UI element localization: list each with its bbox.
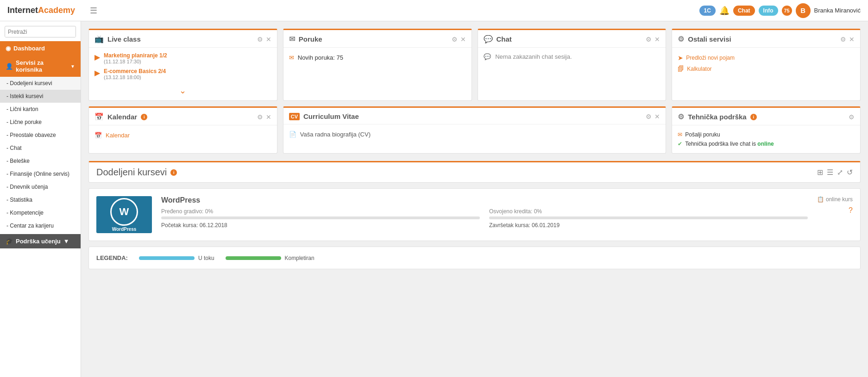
menu-icon[interactable]: ☰ <box>90 6 97 16</box>
sidebar-item-label: - Finansije (Online servis) <box>6 171 69 177</box>
badge-lc[interactable]: 1C <box>699 6 716 16</box>
widget-ostali-actions: ⚙ ✕ <box>840 36 855 43</box>
sidebar-section-servisi[interactable]: 👤 Servisi za korisnika ▼ <box>0 56 81 77</box>
sidebar-item-dnevnik[interactable]: - Dnevnik učenja <box>0 180 81 193</box>
sidebar-item-istekli-kursevi[interactable]: - Istekli kursevi <box>0 90 81 103</box>
legend-u-toku: U toku <box>139 255 214 261</box>
widget-chat-body: 💬 Nema zakazanih chat sesija. <box>478 48 666 66</box>
settings-icon-ostali[interactable]: ⚙ <box>840 36 846 43</box>
bell-icon[interactable]: 🔔 <box>719 6 730 16</box>
settings-icon-chat[interactable]: ⚙ <box>646 36 652 43</box>
sidebar-section-dashboard[interactable]: ◉ Dashboard <box>0 41 81 56</box>
user-name[interactable]: Branka Miranović <box>814 7 861 14</box>
widget-ostali-body: ➤ Predloži novi pojam 🗐 Kalkulator <box>672 48 860 79</box>
sidebar-item-beleske[interactable]: - Beleške <box>0 155 81 167</box>
poruke-text: Novih poruka: 75 <box>298 54 343 61</box>
section-actions: ⊞ ☰ ⤢ ↺ <box>817 168 853 177</box>
sidebar-item-finansije[interactable]: - Finansije (Online servis) <box>0 167 81 180</box>
ostali-item-pojam[interactable]: ➤ Predloži novi pojam <box>678 52 855 63</box>
dashboard-icon: ◉ <box>6 45 11 52</box>
sidebar-item-label: - Kompetencije <box>6 210 44 216</box>
tehnicka-live-chat[interactable]: ✔ Tehnička podrška live chat is online <box>678 139 855 148</box>
badge-info[interactable]: Info <box>759 6 778 16</box>
info-icon-kalendar[interactable]: i <box>141 114 147 120</box>
settings-icon[interactable]: ⚙ <box>257 36 263 43</box>
mail-icon: ✉ <box>289 35 295 43</box>
calendar-icon: 📅 <box>94 112 104 121</box>
expand-arrow[interactable]: ⌄ <box>94 84 271 96</box>
widget-poruke-body: ✉ Novih poruka: 75 <box>283 48 472 68</box>
close-icon-poruke[interactable]: ✕ <box>460 36 466 43</box>
info-icon-section[interactable]: i <box>170 169 177 176</box>
widgets-grid: 📺 Live class ⚙ ✕ ▶ Marketing planiranje … <box>88 29 861 154</box>
sidebar-item-label: - Centar za karijeru <box>6 222 54 229</box>
live-class-title-1[interactable]: Marketing planiranje 1/2 <box>104 52 167 59</box>
header-right: 1C 🔔 Chat Info 75 B Branka Miranović <box>699 3 861 18</box>
kalendar-link[interactable]: 📅 Kalendar <box>94 130 271 141</box>
settings-icon-tehnicka[interactable]: ⚙ <box>849 113 855 121</box>
close-icon-cv[interactable]: ✕ <box>654 113 660 120</box>
avatar[interactable]: B <box>796 3 811 18</box>
question-icon[interactable]: ? <box>849 206 853 215</box>
badge-chat[interactable]: Chat <box>733 6 755 16</box>
sidebar-item-chat[interactable]: - Chat <box>0 142 81 155</box>
ostali-item-kalkulator[interactable]: 🗐 Kalkulator <box>678 63 855 74</box>
sidebar-item-centar[interactable]: - Centar za karijeru <box>0 219 81 232</box>
sidebar-section-podrska[interactable]: 🎓 Podrška učenju ▼ <box>0 234 81 248</box>
cv-link[interactable]: 📄 Vaša radna biografija (CV) <box>289 129 660 140</box>
sidebar-item-dodeljeni-kursevi[interactable]: - Dodeljeni kursevi <box>0 77 81 90</box>
search-input[interactable] <box>5 27 76 37</box>
poruke-item: ✉ Novih poruka: 75 <box>289 52 466 63</box>
close-icon-chat[interactable]: ✕ <box>654 36 660 43</box>
sidebar-item-label: - Dnevnik učenja <box>6 184 48 190</box>
close-icon[interactable]: ✕ <box>266 36 271 43</box>
osvajanje-progress <box>489 216 808 219</box>
stat-zavrsetak: Završetak kursa: 06.01.2019 <box>489 222 808 229</box>
cv-icon: CV <box>289 113 300 120</box>
widget-cv-title: CV Curriculum Vitae <box>289 112 359 120</box>
close-icon-kalendar[interactable]: ✕ <box>266 113 271 121</box>
sidebar-item-label: - Chat <box>6 145 22 151</box>
stat-pocetak: Početak kursa: 06.12.2018 <box>161 222 480 229</box>
sidebar-item-kompetencije[interactable]: - Kompetencije <box>0 206 81 219</box>
doc-icon-kurs: 📋 <box>817 196 824 203</box>
list-view-icon[interactable]: ☰ <box>827 168 833 177</box>
sidebar: 🔍 ◉ Dashboard 👤 Servisi za korisnika ▼ -… <box>0 21 81 377</box>
widget-tehnicka-actions: ⚙ <box>849 113 855 121</box>
sidebar-item-licne-poruke[interactable]: - Lične poruke <box>0 116 81 129</box>
play-icon-1: ▶ <box>94 53 100 62</box>
chevron-down-icon: ▼ <box>70 64 75 69</box>
live-class-title-2[interactable]: E-commerce Basics 2/4 <box>104 68 166 74</box>
sidebar-item-licni-karton[interactable]: - Lični karton <box>0 103 81 116</box>
sidebar-item-statistika[interactable]: - Statistika <box>0 193 81 206</box>
widget-ostali-servisi: ⚙ Ostali servisi ⚙ ✕ ➤ Predloži novi poj… <box>672 29 861 101</box>
badge-num[interactable]: 75 <box>782 6 792 16</box>
settings-icon-poruke[interactable]: ⚙ <box>452 36 458 43</box>
info-icon-tehnicka[interactable]: i <box>750 114 757 120</box>
widget-chat-header: 💬 Chat ⚙ ✕ <box>478 30 666 48</box>
course-right: 📋 online kurs ? <box>817 196 853 215</box>
section-title-row: Dodeljeni kursevi i ⊞ ☰ ⤢ ↺ <box>88 161 861 183</box>
sidebar-item-label: - Istekli kursevi <box>6 93 43 99</box>
grid-view-icon[interactable]: ⊞ <box>817 168 823 177</box>
sidebar-item-preostale-obaveze[interactable]: - Preostale obaveze <box>0 129 81 142</box>
widget-ostali-title: ⚙ Ostali servisi <box>678 35 731 43</box>
widget-poruke-actions: ⚙ ✕ <box>452 36 466 43</box>
check-icon-tehnicka: ✔ <box>678 141 682 147</box>
servisi-label: Servisi za korisnika <box>16 59 68 73</box>
sidebar-item-label: - Beleške <box>6 158 30 164</box>
header: InternetAcademy ☰ 1C 🔔 Chat Info 75 B Br… <box>0 0 868 21</box>
settings-icon-kalendar[interactable]: ⚙ <box>257 113 263 121</box>
tehnicka-posalji-label: Pošalji poruku <box>685 131 720 138</box>
calendar-small-icon: 📅 <box>94 132 102 139</box>
expand-icon[interactable]: ⤢ <box>837 168 843 177</box>
sidebar-item-label: - Preostale obaveze <box>6 132 56 138</box>
widget-kalendar-body: 📅 Kalendar <box>89 125 277 145</box>
close-icon-ostali[interactable]: ✕ <box>849 36 855 43</box>
refresh-icon[interactable]: ↺ <box>847 168 853 177</box>
logo[interactable]: InternetAcademy <box>7 6 75 15</box>
settings-icon-cv[interactable]: ⚙ <box>646 113 652 120</box>
widget-poruke-title: ✉ Poruke <box>289 35 322 43</box>
gear-icon-tehnicka: ⚙ <box>678 112 684 121</box>
tehnicka-posalji[interactable]: ✉ Pošalji poruku <box>678 130 855 139</box>
